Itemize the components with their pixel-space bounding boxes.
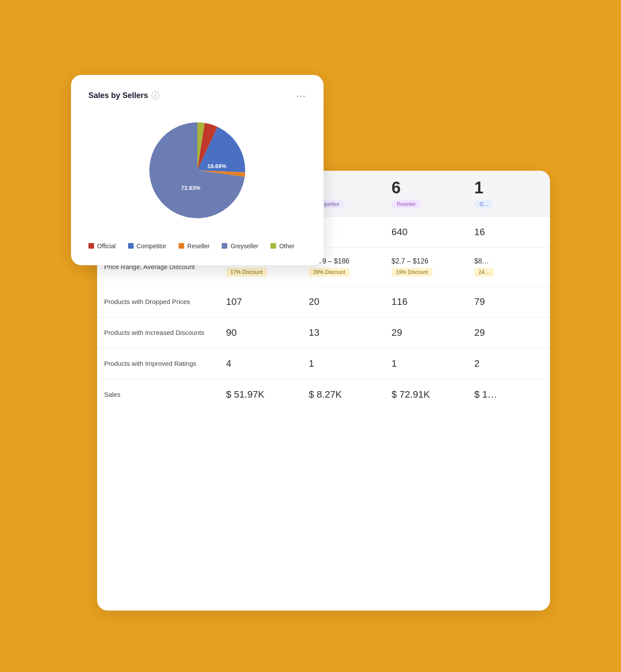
title-text: Sales by Sellers [88, 91, 148, 100]
legend-reseller: Reseller [179, 243, 209, 250]
legend-other-label: Other [279, 243, 294, 250]
pie-chart: 18.69% 72.83% [141, 114, 254, 227]
val-official-sales: $ 51.97K [219, 379, 302, 410]
pie-card: Sales by Sellers i ··· 18.69% 72.83% Off… [71, 75, 324, 265]
dot-reseller [179, 243, 184, 249]
legend-greyseller-label: Greyseller [230, 243, 258, 250]
reseller-badge: Reseller [392, 200, 421, 209]
val-greyseller-dropped: 79 [467, 286, 550, 317]
val-greyseller-discounts: 29 [467, 317, 550, 348]
legend-reseller-label: Reseller [187, 243, 209, 250]
label-ratings: Products with Improved Ratings [97, 348, 219, 379]
more-menu-icon[interactable]: ··· [296, 91, 306, 101]
val-reseller-ratings: 1 [385, 348, 467, 379]
val-reseller-discounts: 29 [385, 317, 467, 348]
label-greyseller-pct: 72.83% [181, 185, 201, 191]
legend-official: Official [88, 243, 116, 250]
label-sales: Sales [97, 379, 219, 410]
legend-greyseller: Greyseller [222, 243, 258, 250]
dot-competitor [128, 243, 134, 249]
pie-card-title: Sales by Sellers i [88, 91, 159, 100]
pie-container: 18.69% 72.83% [88, 114, 306, 227]
legend: Official Competitor Reseller Greyseller … [88, 239, 306, 250]
val-official-discounts: 90 [219, 317, 302, 348]
val-greyseller-products: 16 [467, 216, 550, 247]
legend-competitor-label: Competitor [137, 243, 166, 250]
greyseller-count: 1 [474, 179, 543, 197]
col-header-reseller: 6 Reseller [385, 171, 467, 217]
label-dropped: Products with Dropped Prices [97, 286, 219, 317]
table-row-sales: Sales $ 51.97K $ 8.27K $ 72.91K $ 1… [97, 379, 550, 410]
legend-official-label: Official [97, 243, 116, 250]
label-competitor-pct: 18.69% [207, 163, 227, 169]
val-competitor-ratings: 1 [302, 348, 385, 379]
val-reseller-sales: $ 72.91K [385, 379, 467, 410]
reseller-count: 6 [392, 179, 460, 197]
col-header-greyseller: 1 G… [467, 171, 550, 217]
val-greyseller-ratings: 2 [467, 348, 550, 379]
dot-other [270, 243, 276, 249]
val-reseller-products: 640 [385, 216, 467, 247]
dot-official [88, 243, 94, 249]
dot-greyseller [222, 243, 227, 249]
table-row-discounts: Products with Increased Discounts 90 13 … [97, 317, 550, 348]
legend-other: Other [270, 243, 294, 250]
val-competitor-sales: $ 8.27K [302, 379, 385, 410]
label-discounts: Products with Increased Discounts [97, 317, 219, 348]
val-greyseller-price: $8… 24… [467, 247, 550, 286]
legend-competitor: Competitor [128, 243, 166, 250]
val-official-ratings: 4 [219, 348, 302, 379]
pie-card-header: Sales by Sellers i ··· [88, 91, 306, 101]
val-greyseller-sales: $ 1… [467, 379, 550, 410]
val-competitor-dropped: 20 [302, 286, 385, 317]
table-row-dropped: Products with Dropped Prices 107 20 116 … [97, 286, 550, 317]
greyseller-badge: G… [474, 200, 494, 209]
val-reseller-dropped: 116 [385, 286, 467, 317]
val-official-dropped: 107 [219, 286, 302, 317]
table-row-ratings: Products with Improved Ratings 4 1 1 2 [97, 348, 550, 379]
info-icon[interactable]: i [152, 91, 159, 99]
scene: 7 Official 2 Competitor 6 Reseller 1 [71, 49, 550, 624]
val-competitor-discounts: 13 [302, 317, 385, 348]
val-reseller-price: $2.7 – $126 19% Discount [385, 247, 467, 286]
